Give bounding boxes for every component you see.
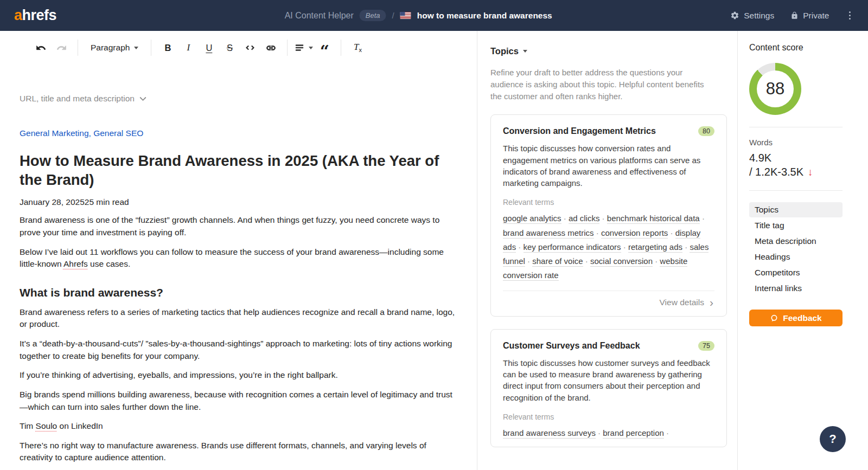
- term-separator: ·: [668, 228, 675, 237]
- alignment-dropdown-button[interactable]: [293, 38, 314, 57]
- gear-icon: [730, 11, 739, 20]
- relevant-term[interactable]: brand awareness surveys: [503, 428, 596, 439]
- article-heading-2[interactable]: What is brand awareness?: [20, 286, 461, 299]
- content-score-value: 88: [757, 70, 794, 107]
- help-button[interactable]: ?: [820, 426, 846, 452]
- editor-paragraph[interactable]: Brand awareness is one of the “fuzziest”…: [20, 214, 461, 239]
- article-title[interactable]: How to Measure Brand Awareness in 2025 (…: [20, 152, 454, 189]
- topic-score-badge: 75: [698, 341, 714, 351]
- relevant-term[interactable]: retargeting ads: [628, 242, 682, 253]
- view-details-button[interactable]: View details ›: [503, 291, 714, 310]
- settings-label: Settings: [744, 11, 774, 21]
- redo-icon: [56, 43, 67, 53]
- chevron-down-icon: [134, 47, 138, 49]
- document-title[interactable]: how to measure brand awareness: [417, 11, 552, 21]
- topics-panel-dropdown[interactable]: Topics: [490, 46, 527, 56]
- misspelled-word[interactable]: Soulo: [36, 421, 58, 430]
- term-separator: ·: [561, 214, 569, 223]
- strikethrough-button[interactable]: S: [219, 38, 240, 57]
- italic-button[interactable]: I: [178, 38, 199, 57]
- term-separator: ·: [525, 256, 532, 266]
- editor-toolbar: Paragraph B I U S “: [0, 31, 477, 65]
- editor-paragraph[interactable]: There’s no right way to manufacture awar…: [20, 440, 461, 464]
- sidebar-item-headings[interactable]: Headings: [749, 249, 843, 265]
- term-separator: ·: [653, 256, 660, 266]
- relevant-terms-label: Relevant terms: [503, 413, 714, 421]
- logo-letters-hrefs: hrefs: [22, 7, 57, 23]
- blockquote-button[interactable]: “: [314, 38, 335, 57]
- relevant-terms-list: google analytics · ad clicks · benchmark…: [503, 211, 714, 282]
- term-separator: ·: [583, 256, 590, 266]
- chevron-down-icon: [309, 47, 313, 49]
- sidebar-menu: Topics Title tag Meta description Headin…: [749, 202, 843, 296]
- clear-formatting-glyph: Tx: [354, 42, 362, 53]
- view-details-label: View details: [660, 298, 704, 307]
- topics-panel: Topics Refine your draft to better addre…: [477, 31, 738, 470]
- sidebar-item-title-tag[interactable]: Title tag: [749, 218, 843, 233]
- relevant-term[interactable]: conversion reports: [601, 228, 668, 239]
- editor-content[interactable]: URL, title and meta description General …: [0, 94, 477, 470]
- relevant-term[interactable]: key performance indicators: [524, 242, 621, 253]
- sidebar-item-meta-description[interactable]: Meta description: [749, 234, 843, 249]
- editor-paragraph[interactable]: Big brands spend millions building aware…: [20, 389, 461, 413]
- main-layout: Paragraph B I U S “: [0, 31, 868, 470]
- relevant-term[interactable]: brand awareness metrics: [503, 228, 594, 239]
- article-date: January 28, 2025: [20, 197, 85, 207]
- bold-button[interactable]: B: [157, 38, 178, 57]
- relevant-term[interactable]: ad clicks: [569, 214, 600, 224]
- sidebar-item-competitors[interactable]: Competitors: [749, 265, 843, 280]
- meta-description-toggle[interactable]: URL, title and meta description: [20, 94, 146, 104]
- feedback-button[interactable]: Feedback: [749, 310, 843, 326]
- relevant-term[interactable]: brand perception: [603, 428, 664, 439]
- term-separator: ·: [594, 228, 601, 237]
- settings-button[interactable]: Settings: [730, 11, 774, 21]
- lock-icon: [790, 11, 799, 20]
- code-button[interactable]: [240, 38, 260, 57]
- misspelled-word[interactable]: Ahrefs: [63, 259, 88, 268]
- ahrefs-logo[interactable]: ahrefs: [14, 7, 56, 24]
- relevant-term[interactable]: social conversion: [590, 256, 653, 267]
- score-sidebar: Content score 88 Words 4.9K / 1.2K-3.5K …: [738, 31, 868, 470]
- words-label: Words: [749, 138, 855, 147]
- sidebar-divider: [749, 190, 843, 191]
- relevant-term[interactable]: benchmark historical data: [607, 214, 700, 224]
- tag-link-general-seo[interactable]: General SEO: [93, 128, 143, 138]
- tag-separator: ,: [89, 128, 94, 138]
- app-title: AI Content Helper: [285, 11, 354, 21]
- topics-header-label: Topics: [490, 46, 519, 56]
- chevron-down-icon: [523, 50, 527, 53]
- topic-card-conversion-metrics: Conversion and Engagement Metrics 80 Thi…: [490, 114, 727, 316]
- link-button[interactable]: [260, 38, 281, 57]
- article-byline[interactable]: January 28, 202525 min read: [20, 197, 461, 207]
- relevant-terms-label: Relevant terms: [503, 198, 714, 207]
- relevant-term[interactable]: google analytics: [503, 214, 561, 224]
- term-separator: ·: [700, 214, 705, 223]
- paragraph-style-dropdown[interactable]: Paragraph: [84, 38, 145, 57]
- term-separator: ·: [621, 242, 628, 252]
- redo-button[interactable]: [51, 38, 72, 57]
- feedback-label: Feedback: [783, 313, 822, 323]
- sidebar-item-topics[interactable]: Topics: [749, 202, 843, 217]
- undo-button[interactable]: [30, 38, 51, 57]
- privacy-label: Private: [803, 11, 829, 21]
- tag-link-general-marketing[interactable]: General Marketing: [20, 128, 89, 138]
- chat-bubble-icon: [770, 314, 778, 323]
- content-score-label: Content score: [749, 43, 855, 53]
- sidebar-item-internal-links[interactable]: Internal links: [749, 281, 843, 296]
- editor-paragraph[interactable]: It’s a “death-by-a-thousand-cuts”/ ”sale…: [20, 338, 461, 362]
- privacy-button[interactable]: Private: [790, 11, 829, 21]
- topic-card-description: This topic discusses how customer survey…: [503, 357, 714, 403]
- clear-formatting-button[interactable]: Tx: [347, 38, 368, 57]
- meta-toggle-label: URL, title and meta description: [20, 94, 135, 104]
- undo-icon: [36, 43, 46, 53]
- relevant-term[interactable]: share of voice: [532, 256, 583, 267]
- editor-paragraph[interactable]: If you’re thinking of advertising, eyeba…: [20, 369, 461, 382]
- editor-paragraph[interactable]: Tim Soulo on LinkedIn: [20, 420, 461, 433]
- breadcrumb-separator: /: [392, 11, 394, 20]
- underline-button[interactable]: U: [199, 38, 219, 57]
- editor-paragraph[interactable]: Below I’ve laid out 11 workflows you can…: [20, 246, 461, 271]
- term-separator: ·: [664, 428, 669, 437]
- editor-paragraph[interactable]: Brand awareness refers to a series of ma…: [20, 306, 461, 331]
- more-menu-button[interactable]: [846, 9, 854, 22]
- chevron-down-icon: [139, 96, 146, 101]
